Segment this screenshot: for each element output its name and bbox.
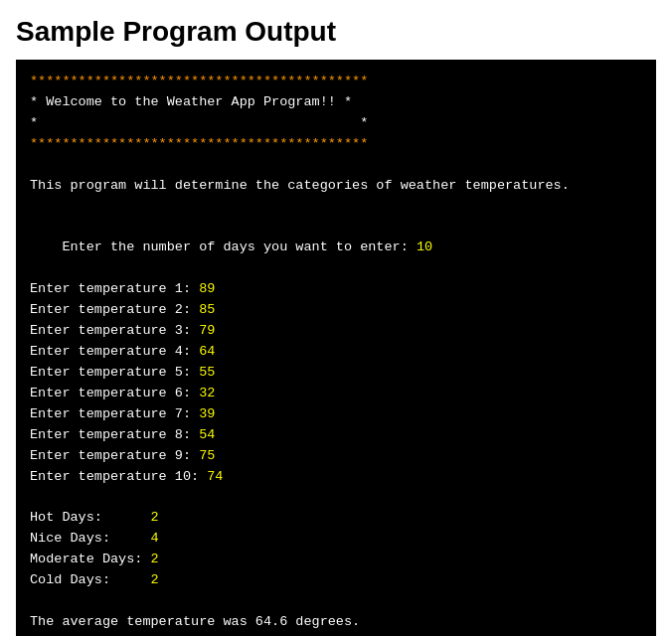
temperature-line-6: Enter temperature 6: 32 [30,384,642,404]
temp-value-9: 75 [199,448,215,463]
banner-welcome: * Welcome to the Weather App Program!! * [30,92,642,113]
blank-4 [30,591,642,612]
days-prompt-text: Enter the number of days you want to ent… [62,239,416,254]
average-line: The average temperature was 64.6 degrees… [30,612,642,633]
result-value-3: 2 [151,552,159,566]
blank-3 [30,487,642,508]
blank-2 [30,197,642,218]
banner-bottom: ****************************************… [30,134,642,155]
result-line-4: Cold Days: 2 [30,570,642,591]
result-line-3: Moderate Days: 2 [30,550,642,570]
banner-top: ****************************************… [30,72,642,92]
temp-value-6: 32 [199,386,215,400]
description-line: This program will determine the categori… [30,176,642,197]
blank-1 [30,155,642,176]
temp-value-1: 89 [199,281,215,296]
temp-value-7: 39 [199,406,215,421]
temperature-lines: Enter temperature 1: 89Enter temperature… [30,279,642,487]
result-lines: Hot Days: 2Nice Days: 4Moderate Days: 2C… [30,508,642,591]
temperature-line-7: Enter temperature 7: 39 [30,404,642,425]
result-value-4: 2 [151,572,159,587]
temp-value-4: 64 [199,344,215,359]
result-line-1: Hot Days: 2 [30,508,642,529]
temp-value-3: 79 [199,323,215,338]
temperature-line-5: Enter temperature 5: 55 [30,363,642,384]
temp-value-8: 54 [199,427,215,442]
page-title: Sample Program Output [16,16,656,48]
result-value-2: 4 [151,531,159,546]
temperature-line-3: Enter temperature 3: 79 [30,321,642,342]
temperature-line-9: Enter temperature 9: 75 [30,446,642,467]
days-prompt-line: Enter the number of days you want to ent… [30,217,642,279]
temp-value-5: 55 [199,365,215,380]
temperature-line-4: Enter temperature 4: 64 [30,342,642,363]
result-value-1: 2 [151,510,159,525]
banner-sides: * * [30,113,642,134]
temp-value-10: 74 [207,469,223,484]
temp-value-2: 85 [199,302,215,317]
temperature-line-1: Enter temperature 1: 89 [30,279,642,300]
temperature-line-10: Enter temperature 10: 74 [30,467,642,488]
days-input-value: 10 [417,239,432,254]
temperature-line-2: Enter temperature 2: 85 [30,300,642,321]
temperature-line-8: Enter temperature 8: 54 [30,425,642,446]
terminal-output: ****************************************… [16,60,656,636]
result-line-2: Nice Days: 4 [30,529,642,550]
